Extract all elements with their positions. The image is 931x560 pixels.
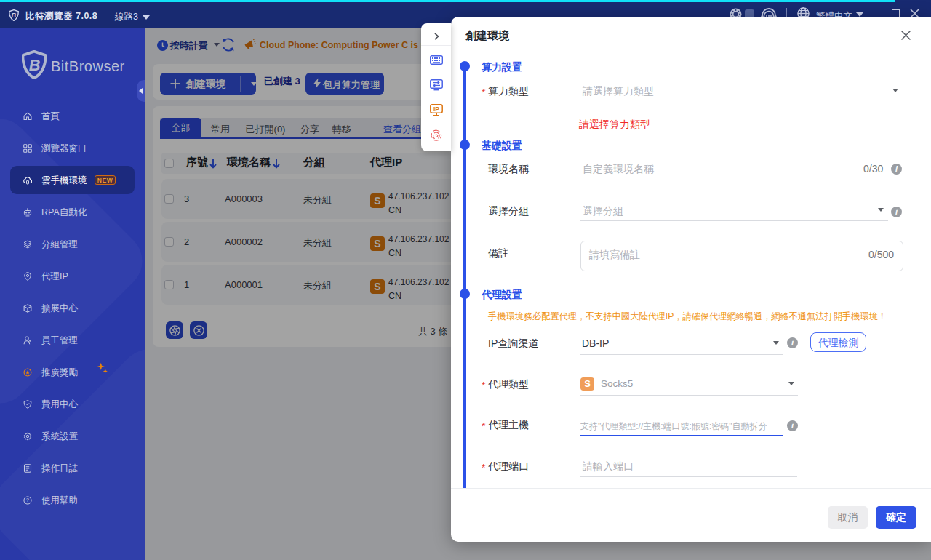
- svg-text:B: B: [29, 56, 41, 74]
- svg-text:?: ?: [26, 497, 29, 503]
- svg-text:B: B: [12, 12, 16, 19]
- svg-text:IP: IP: [433, 105, 439, 113]
